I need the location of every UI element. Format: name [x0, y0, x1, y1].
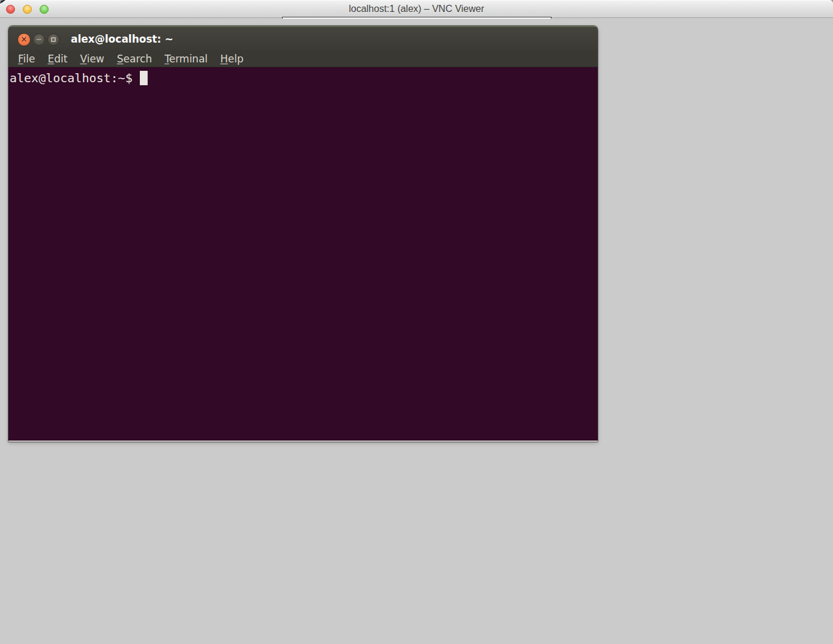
menu-edit[interactable]: Edit	[47, 53, 67, 65]
terminal-window-controls: ✕ −	[17, 27, 59, 52]
terminal-title: alex@localhost: ~	[71, 27, 173, 52]
menu-edit-mnemonic: E	[47, 53, 54, 65]
menu-file-label: ile	[23, 53, 35, 65]
terminal-menubar: File Edit View Search Terminal Help	[8, 50, 598, 67]
menu-help-mnemonic: H	[220, 53, 228, 65]
menu-file[interactable]: File	[18, 53, 35, 65]
vnc-remote-desktop[interactable]: ✕ − alex@localhost: ~ File Edit View Sea…	[0, 19, 833, 644]
vnc-viewer-window: localhost:1 (alex) – VNC Viewer ✕ − alex…	[0, 0, 833, 644]
menu-search-label: earch	[124, 53, 152, 65]
menu-view[interactable]: View	[80, 53, 104, 65]
menu-terminal-mnemonic: T	[164, 53, 169, 65]
menu-view-label: iew	[87, 53, 104, 65]
terminal-cursor	[140, 71, 148, 85]
mac-titlebar[interactable]: localhost:1 (alex) – VNC Viewer	[0, 0, 833, 18]
terminal-minimize-button[interactable]: −	[33, 34, 45, 46]
shell-prompt: alex@localhost:~$	[10, 70, 133, 86]
menu-file-mnemonic: F	[18, 53, 23, 65]
terminal-screen[interactable]: alex@localhost:~$	[8, 67, 598, 441]
menu-search-mnemonic: S	[117, 53, 124, 65]
terminal-prompt-line: alex@localhost:~$	[10, 70, 597, 86]
terminal-close-button[interactable]: ✕	[17, 33, 31, 46]
terminal-titlebar[interactable]: ✕ − alex@localhost: ~	[8, 26, 598, 50]
minimize-icon: −	[36, 35, 43, 43]
terminal-maximize-button[interactable]	[47, 34, 59, 46]
window-title: localhost:1 (alex) – VNC Viewer	[0, 0, 833, 18]
menu-search[interactable]: Search	[117, 53, 152, 65]
close-icon: ✕	[21, 35, 28, 43]
maximize-icon	[51, 37, 56, 42]
menu-terminal-label: erminal	[169, 53, 208, 65]
menu-help[interactable]: Help	[220, 53, 244, 65]
menu-edit-label: dit	[54, 53, 67, 65]
terminal-window: ✕ − alex@localhost: ~ File Edit View Sea…	[8, 26, 598, 442]
menu-help-label: elp	[228, 53, 244, 65]
menu-view-mnemonic: V	[80, 53, 86, 65]
menu-terminal[interactable]: Terminal	[164, 53, 208, 65]
